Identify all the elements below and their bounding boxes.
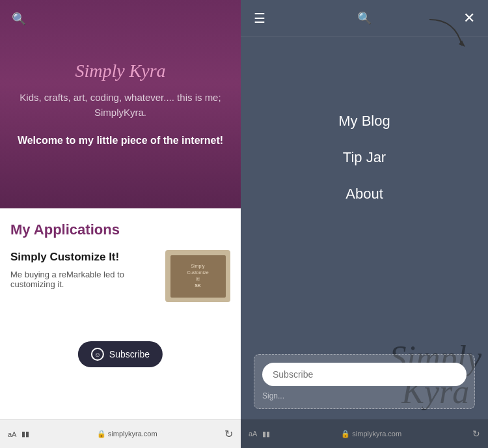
reader-icon-right[interactable]: ▮▮ bbox=[262, 430, 270, 438]
reload-icon-right[interactable]: ↻ bbox=[472, 428, 480, 439]
email-input[interactable] bbox=[262, 363, 467, 386]
lock-icon: 🔒 simplykyra.com bbox=[34, 430, 219, 438]
nav-menu: My Blog Tip Jar About bbox=[241, 36, 488, 318]
font-size-control[interactable]: aA bbox=[8, 430, 16, 438]
subscribe-button[interactable]: ☺ Subscribe bbox=[78, 341, 163, 367]
hamburger-icon[interactable]: ☰ bbox=[254, 10, 265, 26]
app-description: Me buying a reMarkable led to customizin… bbox=[10, 270, 157, 289]
right-bottom-area: Simply Kyra Sign... aA ▮▮ 🔒 simplykyra.c… bbox=[241, 318, 488, 448]
left-url: simplykyra.com bbox=[108, 430, 157, 438]
nav-item-myblog[interactable]: My Blog bbox=[338, 113, 390, 130]
subscribe-label: Subscribe bbox=[109, 349, 150, 359]
app-card: Simply Customize It! Me buying a reMarka… bbox=[10, 250, 230, 302]
search-icon-left[interactable]: 🔍 bbox=[12, 12, 26, 26]
nav-item-about[interactable]: About bbox=[346, 186, 383, 203]
nav-item-tipjar[interactable]: Tip Jar bbox=[343, 149, 386, 166]
right-browser-bar: aA ▮▮ 🔒 simplykyra.com ↻ bbox=[241, 419, 488, 448]
app-name: Simply Customize It! Me buying a reMarka… bbox=[10, 250, 157, 289]
app-thumbnail-inner: SimplyCustomizeIt!SK bbox=[170, 255, 226, 298]
reader-icon[interactable]: ▮▮ bbox=[21, 430, 29, 438]
svg-marker-0 bbox=[459, 40, 465, 47]
right-panel: ☰ 🔍 ✕ My Blog Tip Jar About Simply Kyra … bbox=[241, 0, 488, 448]
left-bottom-section: My Applications Simply Customize It! Me … bbox=[0, 208, 241, 419]
site-title: Simply Kyra bbox=[75, 60, 165, 82]
my-apps-title: My Applications bbox=[10, 221, 230, 238]
sign-text: Sign... bbox=[262, 391, 467, 400]
left-panel: 🔍 Simply Kyra Kids, crafts, art, coding,… bbox=[0, 0, 241, 448]
right-url-bar: 🔒 simplykyra.com bbox=[275, 430, 467, 438]
arrow-annotation bbox=[423, 13, 475, 52]
reload-icon[interactable]: ↻ bbox=[224, 428, 233, 440]
right-url: simplykyra.com bbox=[352, 430, 401, 438]
left-top-section: 🔍 Simply Kyra Kids, crafts, art, coding,… bbox=[0, 0, 241, 208]
left-browser-bar: aA ▮▮ 🔒 simplykyra.com ↻ bbox=[0, 419, 241, 448]
search-icon-right[interactable]: 🔍 bbox=[357, 11, 372, 25]
app-thumbnail: SimplyCustomizeIt!SK bbox=[165, 250, 230, 302]
site-description: Kids, crafts, art, coding, whatever.... … bbox=[10, 91, 230, 120]
welcome-text: Welcome to my little piece of the intern… bbox=[18, 133, 223, 148]
subscribe-email-box: Sign... bbox=[254, 354, 475, 409]
font-size-right[interactable]: aA bbox=[249, 430, 257, 438]
user-icon: ☺ bbox=[91, 348, 104, 361]
